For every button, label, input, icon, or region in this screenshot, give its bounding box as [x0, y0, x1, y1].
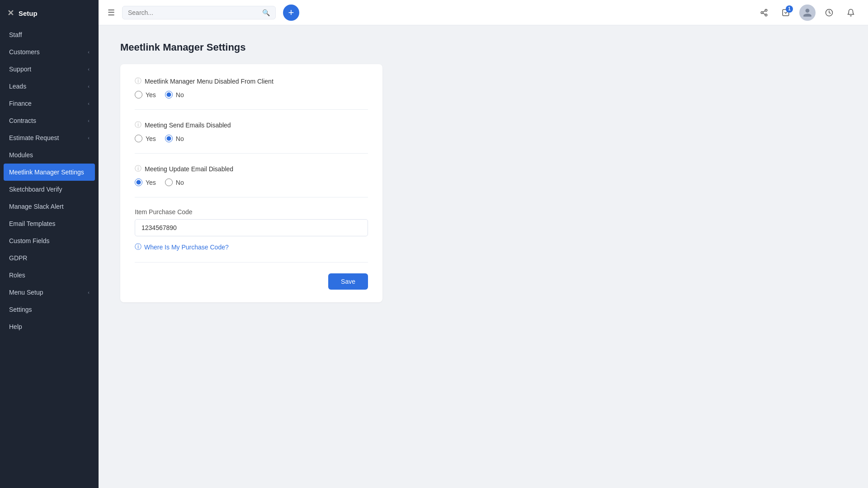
send-emails-yes-label: Yes	[146, 135, 156, 142]
send-emails-label-text: Meeting Send Emails Disabled	[145, 122, 231, 129]
search-input[interactable]	[128, 9, 259, 16]
sidebar-item-menu-setup[interactable]: Menu Setup‹	[0, 284, 99, 301]
chevron-left-icon: ‹	[88, 66, 90, 72]
purchase-code-section: Item Purchase Code ⓘ Where Is My Purchas…	[135, 208, 368, 263]
update-email-yes-label: Yes	[146, 179, 156, 186]
svg-line-3	[763, 13, 765, 14]
sidebar-item-label: Help	[9, 323, 22, 330]
svg-line-4	[763, 10, 765, 12]
sidebar-item-label: Modules	[9, 151, 33, 159]
send-emails-no-radio[interactable]	[165, 135, 173, 142]
sidebar-nav: StaffCustomers‹Support‹Leads‹Finance‹Con…	[0, 26, 99, 488]
sidebar: ✕ Setup StaffCustomers‹Support‹Leads‹Fin…	[0, 0, 99, 488]
menu-disabled-yes-radio[interactable]	[135, 91, 142, 99]
send-emails-section: ⓘ Meeting Send Emails Disabled Yes No	[135, 121, 368, 154]
sidebar-item-finance[interactable]: Finance‹	[0, 95, 99, 112]
sidebar-item-custom-fields[interactable]: Custom Fields	[0, 232, 99, 249]
sidebar-title: Setup	[19, 9, 38, 17]
chevron-left-icon: ‹	[88, 84, 90, 89]
sidebar-item-sketchboard-verify[interactable]: Sketchboard Verify	[0, 181, 99, 198]
bell-icon-button[interactable]	[843, 5, 859, 21]
sidebar-item-manage-slack-alert[interactable]: Manage Slack Alert	[0, 198, 99, 215]
user-avatar[interactable]	[799, 5, 816, 21]
send-emails-yes-radio[interactable]	[135, 135, 142, 142]
sidebar-item-contracts[interactable]: Contracts‹	[0, 112, 99, 129]
menu-disabled-label-text: Meetlink Manager Menu Disabled From Clie…	[145, 78, 274, 85]
sidebar-item-gdpr[interactable]: GDPR	[0, 249, 99, 267]
chevron-left-icon: ‹	[88, 49, 90, 55]
send-emails-radio-group: Yes No	[135, 135, 368, 142]
sidebar-header: ✕ Setup	[0, 0, 99, 26]
sidebar-item-support[interactable]: Support‹	[0, 61, 99, 78]
search-box: 🔍	[122, 6, 276, 19]
sidebar-item-label: Contracts	[9, 117, 36, 124]
send-emails-yes-option[interactable]: Yes	[135, 135, 156, 142]
menu-disabled-section: ⓘ Meetlink Manager Menu Disabled From Cl…	[135, 77, 368, 110]
page-content: Meetlink Manager Settings ⓘ Meetlink Man…	[99, 25, 868, 319]
share-icon-button[interactable]	[756, 5, 772, 21]
sidebar-item-settings[interactable]: Settings	[0, 301, 99, 318]
sidebar-item-customers[interactable]: Customers‹	[0, 43, 99, 61]
sidebar-item-email-templates[interactable]: Email Templates	[0, 215, 99, 232]
update-email-no-label: No	[176, 179, 184, 186]
save-button[interactable]: Save	[328, 273, 368, 290]
chevron-left-icon: ‹	[88, 135, 90, 141]
menu-disabled-label: ⓘ Meetlink Manager Menu Disabled From Cl…	[135, 77, 368, 85]
update-email-yes-radio[interactable]	[135, 178, 142, 186]
menu-disabled-no-option[interactable]: No	[165, 91, 184, 99]
tasks-icon-button[interactable]: 1	[778, 5, 794, 21]
menu-disabled-help-icon[interactable]: ⓘ	[135, 77, 142, 85]
purchase-link-text: Where Is My Purchase Code?	[144, 244, 229, 251]
sidebar-item-label: GDPR	[9, 254, 27, 262]
close-sidebar-icon[interactable]: ✕	[7, 8, 14, 18]
menu-disabled-radio-group: Yes No	[135, 91, 368, 99]
sidebar-item-label: Settings	[9, 306, 32, 313]
purchase-link-help-icon: ⓘ	[135, 243, 142, 251]
purchase-code-input[interactable]	[135, 219, 368, 236]
sidebar-item-roles[interactable]: Roles	[0, 267, 99, 284]
menu-disabled-yes-option[interactable]: Yes	[135, 91, 156, 99]
send-emails-no-label: No	[176, 135, 184, 142]
chevron-left-icon: ‹	[88, 101, 90, 106]
sidebar-item-help[interactable]: Help	[0, 318, 99, 335]
sidebar-item-label: Finance	[9, 100, 32, 107]
main-area: ☰ 🔍 + 1 Meetlink Manager Settings	[99, 0, 868, 488]
sidebar-item-label: Custom Fields	[9, 237, 49, 244]
send-emails-no-option[interactable]: No	[165, 135, 184, 142]
sidebar-item-label: Leads	[9, 83, 26, 90]
menu-disabled-no-label: No	[176, 91, 184, 99]
update-email-label-text: Meeting Update Email Disabled	[145, 165, 233, 173]
update-email-no-radio[interactable]	[165, 178, 173, 186]
sidebar-item-label: Sketchboard Verify	[9, 186, 62, 193]
update-email-radio-group: Yes No	[135, 178, 368, 186]
sidebar-item-label: Staff	[9, 31, 22, 38]
sidebar-item-meetlink-manager-settings[interactable]: Meetlink Manager Settings	[4, 164, 95, 181]
sidebar-item-staff[interactable]: Staff	[0, 26, 99, 43]
send-emails-label: ⓘ Meeting Send Emails Disabled	[135, 121, 368, 129]
sidebar-item-label: Estimate Request	[9, 134, 59, 141]
update-email-label: ⓘ Meeting Update Email Disabled	[135, 164, 368, 173]
chevron-left-icon: ‹	[88, 290, 90, 295]
settings-card: ⓘ Meetlink Manager Menu Disabled From Cl…	[120, 64, 382, 302]
send-emails-help-icon[interactable]: ⓘ	[135, 121, 142, 129]
clock-icon-button[interactable]	[821, 5, 837, 21]
sidebar-item-label: Meetlink Manager Settings	[9, 169, 84, 176]
hamburger-icon[interactable]: ☰	[108, 8, 115, 18]
sidebar-item-leads[interactable]: Leads‹	[0, 78, 99, 95]
update-email-section: ⓘ Meeting Update Email Disabled Yes No	[135, 164, 368, 197]
menu-disabled-yes-label: Yes	[146, 91, 156, 99]
search-icon: 🔍	[262, 9, 270, 16]
add-button[interactable]: +	[283, 5, 299, 21]
sidebar-item-label: Customers	[9, 48, 40, 56]
update-email-yes-option[interactable]: Yes	[135, 178, 156, 186]
sidebar-item-estimate-request[interactable]: Estimate Request‹	[0, 129, 99, 146]
update-email-no-option[interactable]: No	[165, 178, 184, 186]
menu-disabled-no-radio[interactable]	[165, 91, 173, 99]
sidebar-item-label: Menu Setup	[9, 289, 43, 296]
sidebar-item-modules[interactable]: Modules	[0, 146, 99, 164]
update-email-help-icon[interactable]: ⓘ	[135, 164, 142, 173]
purchase-code-label: Item Purchase Code	[135, 208, 368, 216]
sidebar-item-label: Manage Slack Alert	[9, 203, 64, 210]
chevron-left-icon: ‹	[88, 118, 90, 123]
purchase-code-link[interactable]: ⓘ Where Is My Purchase Code?	[135, 243, 368, 251]
